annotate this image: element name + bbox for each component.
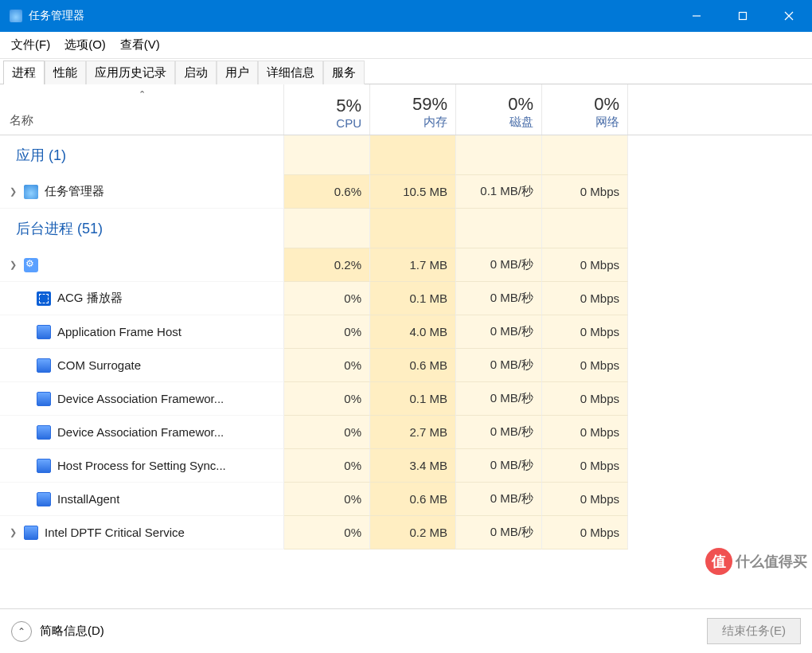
column-memory[interactable]: 59% 内存	[370, 84, 456, 135]
tab-0[interactable]: 进程	[3, 61, 45, 84]
menu-view[interactable]: 查看(V)	[115, 34, 165, 56]
process-name-cell: Host Process for Setting Sync...	[0, 449, 284, 483]
content-area: ⌃ 名称 5% CPU 59% 内存 0% 磁盘 0% 网络 应用 (1) ❯ …	[0, 84, 812, 608]
process-icon	[37, 492, 51, 506]
process-name: InstallAgent	[57, 492, 119, 506]
cpu-cell: 0%	[284, 516, 370, 549]
cpu-cell: 0.6%	[284, 175, 370, 209]
statusbar: ⌃ 简略信息(D) 结束任务(E)	[0, 608, 812, 653]
process-row[interactable]: ❯ 0.2% 1.7 MB 0 MB/秒 0 Mbps	[0, 248, 812, 282]
section-label: 应用 (1)	[0, 135, 284, 175]
menu-options[interactable]: 选项(O)	[60, 34, 111, 56]
network-cell: 0 Mbps	[542, 282, 628, 315]
column-network[interactable]: 0% 网络	[542, 84, 628, 135]
disk-cell: 0 MB/秒	[456, 516, 542, 549]
process-row[interactable]: Application Frame Host 0% 4.0 MB 0 MB/秒 …	[0, 315, 812, 349]
menu-file[interactable]: 文件(F)	[6, 34, 55, 56]
end-task-button[interactable]: 结束任务(E)	[707, 618, 801, 644]
process-icon	[24, 258, 38, 272]
memory-cell: 10.5 MB	[370, 175, 456, 209]
process-name: ACG 播放器	[57, 291, 123, 306]
minimize-button[interactable]	[673, 0, 720, 32]
process-name: Device Association Framewor...	[57, 392, 224, 405]
process-name-cell: ❯ Intel DPTF Critical Service	[0, 516, 284, 549]
disk-cell: 0 MB/秒	[456, 315, 542, 349]
tabbar: 进程性能应用历史记录启动用户详细信息服务	[0, 59, 812, 84]
memory-cell: 2.7 MB	[370, 416, 456, 449]
memory-cell: 0.6 MB	[370, 349, 456, 382]
tab-2[interactable]: 应用历史记录	[86, 61, 175, 84]
cpu-cell: 0%	[284, 349, 370, 382]
disk-cell: 0 MB/秒	[456, 483, 542, 516]
network-cell: 0 Mbps	[542, 449, 628, 483]
process-icon	[37, 358, 51, 373]
tab-5[interactable]: 详细信息	[258, 61, 323, 84]
network-cell: 0 Mbps	[542, 483, 628, 516]
maximize-button[interactable]	[720, 0, 766, 32]
memory-cell: 0.2 MB	[370, 516, 456, 549]
fewer-details-button[interactable]: ⌃ 简略信息(D)	[11, 621, 104, 642]
close-button[interactable]	[766, 0, 812, 32]
process-name: COM Surrogate	[57, 358, 141, 372]
process-name: Intel DPTF Critical Service	[45, 526, 185, 539]
titlebar: 任务管理器	[0, 0, 812, 32]
expand-icon[interactable]: ❯	[10, 260, 18, 270]
process-row[interactable]: ❯ Intel DPTF Critical Service 0% 0.2 MB …	[0, 516, 812, 549]
chevron-up-icon: ⌃	[11, 621, 32, 642]
section-header: 后台进程 (51)	[0, 209, 812, 248]
process-row[interactable]: Device Association Framewor... 0% 2.7 MB…	[0, 416, 812, 449]
memory-cell: 4.0 MB	[370, 315, 456, 349]
network-cell: 0 Mbps	[542, 248, 628, 282]
process-row[interactable]: ACG 播放器 0% 0.1 MB 0 MB/秒 0 Mbps	[0, 282, 812, 315]
process-icon	[24, 526, 38, 540]
menubar: 文件(F) 选项(O) 查看(V)	[0, 32, 812, 59]
process-icon	[37, 459, 51, 473]
process-row[interactable]: ❯ 任务管理器 0.6% 10.5 MB 0.1 MB/秒 0 Mbps	[0, 175, 812, 209]
column-disk[interactable]: 0% 磁盘	[456, 84, 542, 135]
column-headers: ⌃ 名称 5% CPU 59% 内存 0% 磁盘 0% 网络	[0, 84, 812, 135]
column-cpu[interactable]: 5% CPU	[284, 84, 370, 135]
network-cell: 0 Mbps	[542, 315, 628, 349]
network-cell: 0 Mbps	[542, 349, 628, 382]
window-title: 任务管理器	[29, 9, 84, 23]
tab-1[interactable]: 性能	[45, 61, 86, 84]
memory-cell: 0.6 MB	[370, 483, 456, 516]
process-name: Host Process for Setting Sync...	[57, 459, 226, 472]
cpu-cell: 0%	[284, 315, 370, 349]
cpu-cell: 0%	[284, 416, 370, 449]
memory-cell: 0.1 MB	[370, 382, 456, 416]
process-name: Device Association Framewor...	[57, 425, 224, 439]
expand-icon[interactable]: ❯	[10, 186, 18, 197]
process-name-cell: Device Association Framewor...	[0, 382, 284, 416]
process-row[interactable]: Host Process for Setting Sync... 0% 3.4 …	[0, 449, 812, 483]
tab-6[interactable]: 服务	[323, 61, 365, 84]
process-icon	[37, 325, 51, 339]
process-name-cell: InstallAgent	[0, 483, 284, 516]
cpu-cell: 0%	[284, 382, 370, 416]
disk-cell: 0 MB/秒	[456, 416, 542, 449]
column-name[interactable]: ⌃ 名称	[0, 84, 284, 135]
section-header: 应用 (1)	[0, 135, 812, 175]
network-cell: 0 Mbps	[542, 175, 628, 209]
network-cell: 0 Mbps	[542, 516, 628, 549]
tab-3[interactable]: 启动	[175, 61, 217, 84]
svg-rect-1	[740, 13, 747, 20]
network-cell: 0 Mbps	[542, 382, 628, 416]
disk-cell: 0 MB/秒	[456, 248, 542, 282]
tab-4[interactable]: 用户	[217, 61, 258, 84]
expand-icon[interactable]: ❯	[10, 527, 18, 538]
disk-cell: 0.1 MB/秒	[456, 175, 542, 209]
process-list[interactable]: 应用 (1) ❯ 任务管理器 0.6% 10.5 MB 0.1 MB/秒 0 M…	[0, 135, 812, 608]
process-row[interactable]: COM Surrogate 0% 0.6 MB 0 MB/秒 0 Mbps	[0, 349, 812, 382]
process-row[interactable]: Device Association Framewor... 0% 0.1 MB…	[0, 382, 812, 416]
process-icon	[37, 425, 51, 440]
process-icon	[24, 185, 38, 199]
disk-cell: 0 MB/秒	[456, 449, 542, 483]
process-name-cell: Device Association Framewor...	[0, 416, 284, 449]
network-cell: 0 Mbps	[542, 416, 628, 449]
cpu-cell: 0%	[284, 449, 370, 483]
disk-cell: 0 MB/秒	[456, 382, 542, 416]
cpu-cell: 0%	[284, 483, 370, 516]
process-name-cell: COM Surrogate	[0, 349, 284, 382]
process-row[interactable]: InstallAgent 0% 0.6 MB 0 MB/秒 0 Mbps	[0, 483, 812, 516]
